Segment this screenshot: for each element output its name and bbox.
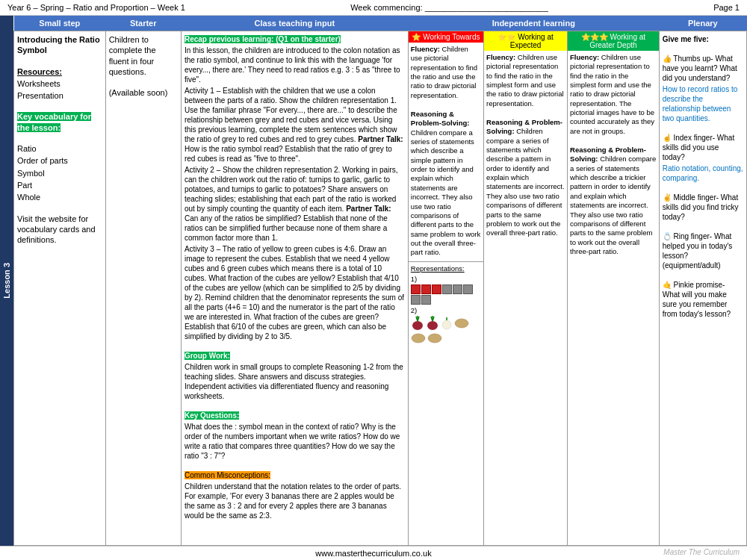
lesson-label: Lesson 3 bbox=[0, 16, 13, 546]
working-towards-cell: ⭐ Working Towards Fluency: Children use … bbox=[408, 31, 483, 546]
svg-point-12 bbox=[428, 334, 441, 343]
working-fluency: Fluency: Children use pictorial represen… bbox=[411, 45, 481, 100]
plenary-pinkie: 🤙 Pinkie promise- What will you make sur… bbox=[663, 280, 743, 319]
small-step-title: Introducing the Ratio Symbol bbox=[17, 35, 100, 55]
header-title: Year 6 – Spring – Ratio and Proportion –… bbox=[7, 3, 185, 12]
resource-presentation: Presentation bbox=[17, 90, 102, 101]
misconceptions-text: Children understand that the notation re… bbox=[185, 482, 405, 520]
page-footer: www.masterthecurriculum.co.uk bbox=[0, 546, 747, 560]
key-questions-text: What does the : symbol mean in the conte… bbox=[185, 422, 405, 461]
plenary-thumbs-up: 👍 Thumbs up- What have you learnt? What … bbox=[663, 54, 743, 83]
svg-point-4 bbox=[427, 321, 438, 330]
expected-header: ⭐⭐ Working at Expected bbox=[484, 31, 567, 51]
plenary-index: ☝ Index finger- What skills did you use … bbox=[663, 133, 743, 162]
svg-point-8 bbox=[442, 320, 451, 329]
misconceptions-label: Common Misconceptions: bbox=[185, 471, 270, 479]
vocab-ratio: Ratio bbox=[17, 143, 102, 154]
col-header-plenary: Plenary bbox=[659, 16, 746, 31]
col-header-starter: Starter bbox=[105, 16, 181, 31]
activity2: Activity 2 – Show the children represent… bbox=[185, 165, 405, 243]
working-reasoning: Reasoning & Problem-Solving: Children co… bbox=[411, 110, 481, 258]
representations-label: Representations: bbox=[411, 264, 481, 273]
working-header: ⭐ Working Towards bbox=[409, 31, 483, 43]
rep-2: 2) bbox=[411, 306, 481, 343]
activity1: Activity 1 – Establish with the children… bbox=[185, 86, 405, 164]
greater-stars: ⭐⭐⭐ bbox=[581, 33, 608, 41]
col-header-small-step: Small step bbox=[14, 16, 106, 31]
group-work-text: Children work in small groups to complet… bbox=[185, 362, 405, 401]
plenary-index-skills: Ratio notation, counting, comparing. bbox=[663, 164, 743, 183]
teaching-cell: Recap previous learning: (Q1 on the star… bbox=[181, 31, 408, 546]
page-header: Year 6 – Spring – Ratio and Proportion –… bbox=[0, 0, 747, 16]
small-step-cell: Introducing the Ratio Symbol Resources: … bbox=[14, 31, 106, 546]
representations-section: Representations: 1) bbox=[409, 261, 483, 347]
svg-point-11 bbox=[412, 334, 425, 343]
plenary-cell: Give me five: 👍 Thumbs up- What have you… bbox=[659, 31, 746, 546]
expected-cell: ⭐⭐ Working at Expected Fluency: Children… bbox=[484, 31, 568, 546]
footer-website: www.masterthecurriculum.co.uk bbox=[315, 549, 431, 558]
plenary-how-to-record: How to record ratios to describe the rel… bbox=[663, 84, 743, 123]
header-page: Page 1 bbox=[713, 3, 740, 12]
svg-point-10 bbox=[455, 319, 468, 328]
starter-available: (Available soon) bbox=[109, 87, 178, 98]
working-stars: ⭐ bbox=[412, 33, 421, 41]
starter-text: Children to complete the fluent in four … bbox=[109, 34, 178, 77]
vocab-order: Order of parts bbox=[17, 155, 102, 166]
key-questions-label: Key Questions: bbox=[185, 411, 239, 420]
group-work-label: Group Work: bbox=[185, 352, 230, 360]
website-note: Visit the website for vocabulary cards a… bbox=[17, 214, 102, 246]
expected-stars: ⭐⭐ bbox=[498, 33, 515, 41]
watermark: Master The Curriculum bbox=[663, 548, 740, 556]
key-vocab-label: Key vocabulary for the lesson: bbox=[17, 112, 91, 131]
plenary-middle: ✌ Middle finger- What skills did you fin… bbox=[663, 193, 743, 222]
activity3: Activity 3 – The ratio of yellow to gree… bbox=[185, 244, 405, 341]
vocab-whole: Whole bbox=[17, 192, 102, 202]
resource-worksheets: Worksheets bbox=[17, 78, 102, 89]
vocab-part: Part bbox=[17, 180, 102, 190]
header-week: Week commencing: _______________________… bbox=[350, 3, 548, 12]
col-header-independent: Independent learning bbox=[408, 16, 659, 31]
starter-cell: Children to complete the fluent in four … bbox=[105, 31, 181, 546]
greater-reasoning: Reasoning & Problem-Solving: Children co… bbox=[570, 146, 657, 256]
greater-fluency: Fluency: Children use pictorial represen… bbox=[570, 53, 657, 136]
vocab-symbol: Symbol bbox=[17, 168, 102, 178]
plenary-ring: 💍 Ring finger- What helped you in today'… bbox=[663, 231, 743, 270]
greater-header: ⭐⭐⭐ Working at Greater Depth bbox=[568, 31, 659, 51]
plenary-give-five: Give me five: bbox=[663, 34, 743, 44]
expected-reasoning: Reasoning & Problem-Solving: Children co… bbox=[486, 118, 565, 237]
svg-point-0 bbox=[412, 321, 423, 330]
recap-label: Recap previous learning: (Q1 on the star… bbox=[185, 35, 341, 43]
recap-text: In this lesson, the children are introdu… bbox=[185, 46, 405, 84]
col-header-teaching: Class teaching input bbox=[181, 16, 408, 31]
expected-fluency: Fluency: Children use pictorial represen… bbox=[486, 53, 565, 108]
rep-1: 1) bbox=[411, 275, 481, 305]
resources-label: Resources: bbox=[17, 67, 62, 76]
greater-depth-cell: ⭐⭐⭐ Working at Greater Depth Fluency: Ch… bbox=[568, 31, 660, 546]
